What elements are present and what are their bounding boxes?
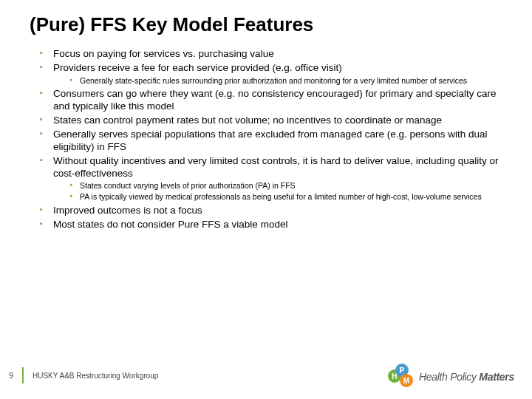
bullet-text: States can control payment rates but not…	[53, 115, 442, 126]
bullet-text: Consumers can go where they want (e.g. n…	[53, 88, 497, 112]
slide: (Pure) FFS Key Model Features Focus on p…	[0, 0, 532, 399]
bullet-item: Generally serves special populations tha…	[40, 129, 510, 154]
sub-bullet-text: PA is typically viewed by medical profes…	[80, 192, 482, 201]
logo-mark-icon: H P M	[388, 364, 415, 390]
bullet-list: Focus on paying for services vs. purchas…	[30, 48, 510, 231]
logo-word: Health	[419, 371, 448, 383]
logo-circle-m: M	[400, 374, 413, 387]
sub-bullet-text: States conduct varying levels of prior a…	[80, 181, 296, 190]
bullet-item: Providers receive a fee for each service…	[40, 62, 510, 85]
bullet-item: Improved outcomes is not a focus	[40, 205, 510, 217]
logo-word-bold: Matters	[479, 371, 514, 383]
footer-divider	[22, 367, 24, 383]
sub-bullet-item: Generally state-specific rules surroundi…	[69, 76, 510, 86]
brand-logo: H P M Health Policy Matters	[388, 364, 514, 390]
bullet-text: Focus on paying for services vs. purchas…	[53, 48, 274, 59]
slide-content: Focus on paying for services vs. purchas…	[30, 48, 510, 231]
bullet-item: States can control payment rates but not…	[40, 115, 510, 127]
sub-bullet-list: States conduct varying levels of prior a…	[53, 181, 510, 201]
bullet-text: Providers receive a fee for each service…	[53, 62, 342, 73]
sub-bullet-item: PA is typically viewed by medical profes…	[69, 192, 510, 202]
bullet-item: Focus on paying for services vs. purchas…	[40, 48, 510, 61]
bullet-item: Without quality incentives and very limi…	[40, 155, 510, 202]
logo-word: Policy	[450, 371, 477, 383]
bullet-text: Without quality incentives and very limi…	[53, 155, 499, 179]
page-number: 9	[0, 372, 22, 380]
bullet-text: Improved outcomes is not a focus	[53, 205, 202, 216]
slide-title: (Pure) FFS Key Model Features	[30, 13, 510, 36]
bullet-text: Most states do not consider Pure FFS a v…	[53, 219, 287, 230]
logo-text: Health Policy Matters	[419, 371, 514, 383]
sub-bullet-list: Generally state-specific rules surroundi…	[53, 76, 510, 86]
footer-text: HUSKY A&B Restructuring Workgroup	[33, 372, 158, 380]
bullet-item: Consumers can go where they want (e.g. n…	[40, 88, 510, 113]
sub-bullet-item: States conduct varying levels of prior a…	[69, 181, 510, 191]
bullet-text: Generally serves special populations tha…	[53, 129, 488, 152]
sub-bullet-text: Generally state-specific rules surroundi…	[80, 76, 467, 85]
bullet-item: Most states do not consider Pure FFS a v…	[40, 219, 510, 231]
